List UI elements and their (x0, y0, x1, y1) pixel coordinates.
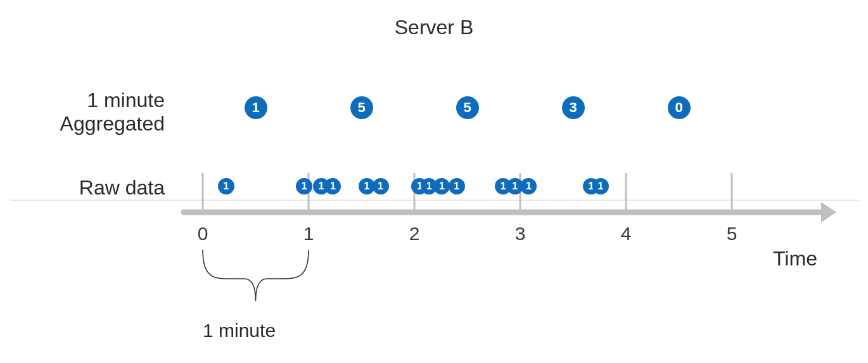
aggregated-row-label: 1 minute Aggregated (0, 89, 165, 136)
aggregated-point: 3 (562, 96, 585, 119)
tick-line (202, 173, 204, 212)
tick-label: 5 (727, 223, 737, 245)
aggregated-point: 5 (350, 96, 373, 119)
aggregated-point: 0 (668, 96, 691, 119)
raw-point: 1 (324, 178, 341, 194)
raw-point: 1 (373, 178, 389, 194)
tick-label: 0 (198, 223, 208, 245)
tick-label: 3 (515, 223, 526, 245)
aggregated-point: 1 (245, 96, 267, 119)
interval-bracket-icon (203, 250, 309, 301)
aggregated-label-line2: Aggregated (60, 112, 165, 135)
tick-line (625, 173, 627, 212)
raw-point: 1 (218, 178, 234, 194)
tick-label: 1 (303, 223, 314, 245)
diagram-title: Server B (0, 16, 868, 39)
aggregated-label-line1: 1 minute (87, 89, 165, 111)
diagram-stage: Server B 1 minute Aggregated Raw data Ti… (0, 0, 868, 363)
raw-row-label: Raw data (0, 176, 165, 200)
tick-label: 2 (409, 223, 420, 245)
raw-point: 1 (592, 178, 609, 194)
raw-point: 1 (296, 178, 312, 194)
aggregated-point: 5 (456, 96, 479, 119)
tick-line (731, 173, 733, 212)
tick-label: 4 (621, 223, 632, 245)
x-axis-arrowhead-icon (821, 202, 836, 222)
x-axis-title: Time (773, 247, 817, 271)
interval-label: 1 minute (203, 320, 276, 341)
raw-point: 1 (433, 178, 450, 194)
raw-point: 1 (449, 178, 465, 194)
raw-point: 1 (520, 178, 537, 194)
